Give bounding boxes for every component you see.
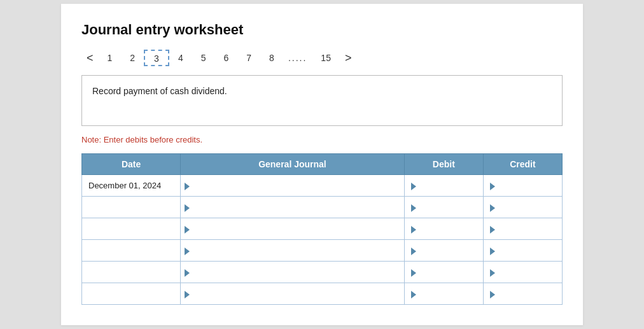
- note-text: Note: Enter debits before credits.: [81, 135, 563, 144]
- cell-journal-5[interactable]: [181, 283, 405, 305]
- header-credit: Credit: [483, 154, 562, 175]
- row-arrow-debit-icon: [411, 226, 416, 234]
- row-arrow-debit-icon: [411, 291, 416, 298]
- page-title: Journal entry worksheet: [81, 22, 563, 38]
- page-8[interactable]: 8: [260, 50, 283, 66]
- row-arrow-credit-icon: [490, 269, 495, 277]
- cell-credit-5[interactable]: [483, 283, 562, 305]
- row-arrow-debit-icon: [411, 248, 416, 255]
- header-journal: General Journal: [181, 154, 405, 175]
- cell-debit-0[interactable]: [404, 175, 483, 197]
- cell-credit-1[interactable]: [483, 197, 562, 218]
- cell-date-4[interactable]: [82, 262, 181, 283]
- cell-date-3[interactable]: [82, 240, 181, 262]
- page-3[interactable]: 3: [144, 50, 169, 66]
- page-1[interactable]: 1: [99, 50, 122, 66]
- row-arrow-icon: [185, 248, 190, 255]
- row-arrow-credit-icon: [490, 226, 495, 234]
- cell-debit-2[interactable]: [404, 218, 483, 240]
- cell-debit-4[interactable]: [404, 262, 483, 283]
- prev-arrow[interactable]: <: [81, 50, 99, 66]
- cell-date-0[interactable]: December 01, 2024: [82, 175, 181, 197]
- cell-journal-0[interactable]: [181, 175, 405, 197]
- page-5[interactable]: 5: [192, 50, 215, 66]
- pagination: < 1 2 3 4 5 6 7 8 ..... 15 >: [81, 50, 563, 66]
- journal-entry-card: Journal entry worksheet < 1 2 3 4 5 6 7 …: [61, 4, 583, 325]
- description-box: Record payment of cash dividend.: [81, 75, 563, 126]
- page-7[interactable]: 7: [237, 50, 260, 66]
- header-date: Date: [82, 154, 181, 175]
- journal-table: Date General Journal Debit Credit Decemb…: [81, 153, 563, 305]
- cell-date-2[interactable]: [82, 218, 181, 240]
- cell-journal-1[interactable]: [181, 197, 405, 218]
- table-row: [82, 240, 563, 262]
- table-row: [82, 262, 563, 283]
- header-debit: Debit: [404, 154, 483, 175]
- row-arrow-debit-icon: [411, 204, 416, 212]
- cell-debit-3[interactable]: [404, 240, 483, 262]
- row-arrow-credit-icon: [490, 248, 495, 255]
- cell-credit-4[interactable]: [483, 262, 562, 283]
- description-text: Record payment of cash dividend.: [92, 86, 227, 96]
- page-4[interactable]: 4: [169, 50, 192, 66]
- table-row: December 01, 2024: [82, 175, 563, 197]
- row-arrow-icon: [185, 204, 190, 212]
- page-6[interactable]: 6: [215, 50, 238, 66]
- cell-credit-3[interactable]: [483, 240, 562, 262]
- next-arrow[interactable]: >: [340, 50, 357, 66]
- row-arrow-icon: [185, 291, 190, 298]
- cell-credit-2[interactable]: [483, 218, 562, 240]
- cell-journal-4[interactable]: [181, 262, 405, 283]
- cell-date-1[interactable]: [82, 197, 181, 218]
- table-row: [82, 283, 563, 305]
- row-arrow-icon: [185, 183, 190, 190]
- cell-debit-5[interactable]: [404, 283, 483, 305]
- pagination-dots: .....: [283, 50, 312, 66]
- row-arrow-debit-icon: [411, 269, 416, 277]
- row-arrow-icon: [185, 226, 190, 234]
- cell-journal-3[interactable]: [181, 240, 405, 262]
- cell-journal-2[interactable]: [181, 218, 405, 240]
- row-arrow-credit-icon: [490, 183, 495, 190]
- page-2[interactable]: 2: [121, 50, 144, 66]
- page-15[interactable]: 15: [312, 50, 340, 66]
- row-arrow-credit-icon: [490, 291, 495, 298]
- table-row: [82, 218, 563, 240]
- cell-date-5[interactable]: [82, 283, 181, 305]
- table-row: [82, 197, 563, 218]
- cell-debit-1[interactable]: [404, 197, 483, 218]
- row-arrow-credit-icon: [490, 204, 495, 212]
- row-arrow-debit-icon: [411, 183, 416, 190]
- cell-credit-0[interactable]: [483, 175, 562, 197]
- row-arrow-icon: [185, 269, 190, 277]
